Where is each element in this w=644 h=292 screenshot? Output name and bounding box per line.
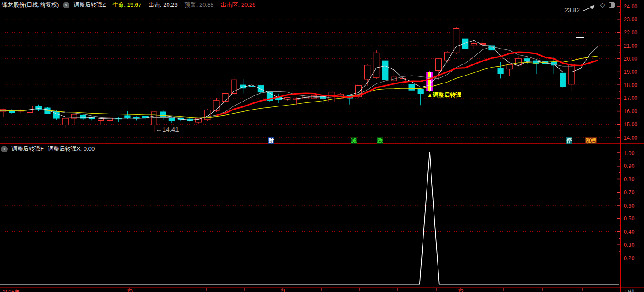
candle-body[interactable] — [53, 111, 59, 118]
y-axis-label: 17.00 — [624, 95, 637, 101]
indicator-spike[interactable] — [0, 152, 619, 284]
candle-body[interactable] — [213, 101, 219, 110]
stock-title: 锋龙股份(日线.前复权) — [2, 1, 59, 9]
candle-body[interactable] — [507, 64, 512, 69]
x-axis-month-label: 10 — [126, 288, 132, 292]
top-bar: 锋龙股份(日线.前复权) ∨ 调整后转强Z 生命: 19.67出击: 20.26… — [0, 0, 601, 10]
signal-candle-stripe — [430, 72, 431, 91]
y-axis-label: 19.00 — [624, 69, 637, 75]
signal-candle-stripe — [427, 72, 428, 91]
candle-body[interactable] — [524, 59, 530, 61]
ma-white — [0, 40, 598, 120]
panel-separator[interactable] — [0, 143, 644, 144]
candle-body[interactable] — [409, 84, 415, 90]
x-axis-month-label: 12 — [457, 288, 463, 292]
signal-candle-stripe — [431, 72, 433, 91]
candle-body[interactable] — [515, 59, 521, 65]
y-axis-label: 22.00 — [624, 30, 637, 36]
candle-body[interactable] — [435, 59, 441, 71]
period-selector-label[interactable]: 日线 — [624, 288, 635, 292]
candle-body[interactable] — [418, 90, 423, 94]
ma-gray — [0, 46, 598, 118]
low-price-annotation: ←14.41 — [156, 125, 179, 133]
y-axis-label: 18.00 — [624, 82, 637, 88]
indicator-values: 生命: 19.67出击: 20.26预警: 20.88出击区: 20.26 — [112, 1, 255, 9]
event-marker-减[interactable]: 减 — [351, 137, 357, 144]
y-axis-label: 20.00 — [624, 56, 637, 62]
candle-body[interactable] — [169, 118, 175, 120]
window-tools: ◇ — [600, 1, 615, 9]
y-axis-label: 16.00 — [624, 108, 637, 114]
sub-panel-header: ∨ 调整后转强F 调整后转强X: 0.00 — [1, 144, 95, 153]
candle-body[interactable] — [471, 44, 477, 45]
candle-body[interactable] — [445, 52, 450, 60]
indicator-field: 预警: 20.88 — [185, 1, 214, 9]
x-axis-month-label: 11 — [280, 288, 286, 292]
y-axis-label: 0.50 — [624, 216, 634, 222]
candle-body[interactable] — [498, 68, 503, 74]
x-axis-line — [0, 288, 644, 288]
indicator-name-sub: 调整后转强F — [11, 145, 44, 153]
candle-body[interactable] — [125, 116, 130, 118]
candle-body[interactable] — [382, 61, 388, 80]
candle-body[interactable] — [249, 86, 255, 87]
indicator-field: 出击: 20.26 — [149, 1, 178, 9]
chevron-down-circle-icon[interactable]: ∨ — [1, 146, 8, 152]
ma-life-red — [216, 52, 598, 115]
signal-candle-stripe — [428, 72, 430, 91]
indicator-name-main: 调整后转强Z — [73, 1, 106, 9]
event-marker-财[interactable]: 财 — [268, 137, 274, 144]
candle-body[interactable] — [569, 64, 575, 84]
candle-body[interactable] — [80, 115, 86, 118]
y-axis-label: 0.60 — [624, 203, 634, 209]
y-axis-label: 1.00 — [624, 150, 634, 156]
indicator-field: 生命: 19.67 — [112, 1, 141, 9]
chevron-down-circle-icon[interactable]: ∨ — [63, 2, 69, 8]
y-axis-label: 0.20 — [624, 255, 634, 262]
app-window: 14.0015.0016.0017.0018.0019.0020.0021.00… — [0, 0, 644, 292]
y-axis-label: 14.00 — [624, 135, 637, 141]
y-axis-label: 21.00 — [624, 43, 637, 49]
diamond-icon[interactable]: ◇ — [600, 1, 605, 9]
y-axis-label: 23.00 — [624, 16, 637, 23]
panel-layout-icon[interactable] — [609, 2, 615, 8]
indicator-field: 出击区: 20.26 — [221, 1, 256, 9]
y-axis-label: 15.00 — [624, 121, 637, 128]
high-price-annotation: 23.82 — [564, 7, 580, 14]
event-marker-停[interactable]: 停 — [566, 137, 572, 144]
event-marker-跌[interactable]: 跌 — [377, 137, 383, 144]
candle-body[interactable] — [222, 94, 228, 102]
candlestick-series[interactable] — [0, 27, 575, 132]
chart-area[interactable]: 14.0015.0016.0017.0018.0019.0020.0021.00… — [0, 0, 644, 292]
candle-body[interactable] — [151, 112, 157, 125]
signal-annotation: ▲调整后转强 — [427, 91, 461, 99]
indicator-value-sub: 调整后转强X: 0.00 — [48, 145, 95, 153]
y-axis-label: 24.00 — [624, 4, 637, 10]
x-axis-year-label: 2025年 — [3, 288, 20, 292]
candle-body[interactable] — [560, 73, 566, 87]
candle-body[interactable] — [365, 65, 370, 79]
y-axis-label: 0.40 — [624, 229, 634, 235]
y-axis-label: 0.70 — [624, 190, 634, 196]
candle-body[interactable] — [453, 28, 459, 53]
chart-svg[interactable]: 14.0015.0016.0017.0018.0019.0020.0021.00… — [0, 0, 644, 292]
y-axis-label: 0.80 — [624, 176, 634, 182]
candle-body[interactable] — [62, 118, 68, 125]
candle-body[interactable] — [71, 114, 77, 118]
candle-body[interactable] — [160, 112, 166, 118]
candle-body[interactable] — [373, 53, 379, 77]
y-axis-label: 0.30 — [624, 242, 634, 248]
event-marker-涨榜[interactable]: 涨榜 — [585, 137, 597, 144]
y-axis-label: 0.90 — [624, 163, 634, 169]
